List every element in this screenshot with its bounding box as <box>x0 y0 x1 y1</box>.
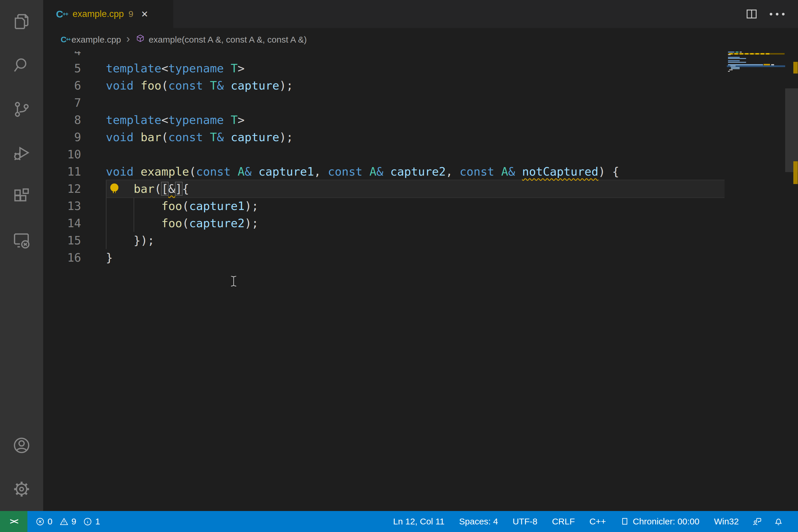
problems-status[interactable]: 0 9 1 <box>32 511 108 532</box>
code-line-14[interactable]: 14 foo(capture2); <box>43 215 798 232</box>
line-number: 11 <box>43 163 81 180</box>
code-line-10[interactable]: 10 <box>43 146 798 163</box>
notifications-bell-icon[interactable] <box>768 511 789 532</box>
tab-filename: example.cpp <box>73 9 124 19</box>
code-line-13[interactable]: 13 foo(capture1); <box>43 197 798 215</box>
code-editor[interactable]: 45template<typename T>6void foo(const T&… <box>43 51 798 511</box>
breadcrumb-symbol[interactable]: example(const A &, const A &, const A &) <box>135 34 307 46</box>
feedback-icon[interactable] <box>746 511 768 532</box>
indent-guide <box>134 197 134 232</box>
breadcrumb-file[interactable]: C++ example.cpp <box>61 35 121 45</box>
info-icon <box>83 517 92 526</box>
line-number: 12 <box>43 180 81 197</box>
chronicler-status[interactable]: Chronicler: 00:00 <box>613 511 706 532</box>
code-line-16[interactable]: 16} <box>43 249 798 266</box>
code-line-4[interactable]: 4 <box>43 51 798 60</box>
tab-bar: C++ example.cpp 9 ✕ <box>43 0 798 28</box>
status-bar: >< 0 9 1 Ln 12, Col 11 Spaces: 4 UTF-8 C… <box>0 511 798 532</box>
editor-group: C++ example.cpp 9 ✕ C++ example.cpp › ex… <box>43 0 798 511</box>
symbol-cube-icon <box>135 34 149 46</box>
code-line-9[interactable]: 9void bar(const T& capture); <box>43 129 798 146</box>
code-line-6[interactable]: 6void foo(const T& capture); <box>43 77 798 94</box>
encoding-status[interactable]: UTF-8 <box>505 511 545 532</box>
extensions-icon[interactable] <box>0 175 43 219</box>
split-editor-icon[interactable] <box>745 7 758 20</box>
line-number: 10 <box>43 146 81 163</box>
code-line-15[interactable]: 15 }); <box>43 232 798 249</box>
close-tab-icon[interactable]: ✕ <box>141 9 148 19</box>
lightbulb-icon[interactable] <box>107 182 121 196</box>
breadcrumb: C++ example.cpp › example(const A &, con… <box>43 28 798 51</box>
tab-problems-badge: 9 <box>129 9 134 19</box>
more-actions-icon[interactable] <box>770 13 784 16</box>
remote-explorer-icon[interactable] <box>0 219 43 263</box>
status-right: Ln 12, Col 11 Spaces: 4 UTF-8 CRLF C++ C… <box>386 511 798 532</box>
line-number: 16 <box>43 249 81 266</box>
source-control-icon[interactable] <box>0 88 43 131</box>
warning-count: 9 <box>72 516 76 527</box>
explorer-icon[interactable] <box>0 0 43 44</box>
tab-example-cpp[interactable]: C++ example.cpp 9 ✕ <box>43 0 173 28</box>
indent-guide <box>106 180 107 249</box>
platform-status[interactable]: Win32 <box>707 511 746 532</box>
remote-indicator[interactable]: >< <box>0 511 27 532</box>
code-line-7[interactable]: 7 <box>43 94 798 111</box>
line-number: 14 <box>43 215 81 232</box>
error-icon <box>36 517 45 526</box>
stop-square-icon <box>620 517 629 526</box>
mouse-ibeam-cursor <box>230 276 238 288</box>
line-number: 7 <box>43 94 81 111</box>
run-and-debug-icon[interactable] <box>0 131 43 175</box>
code-line-8[interactable]: 8template<typename T> <box>43 111 798 129</box>
cursor-position-status[interactable]: Ln 12, Col 11 <box>386 511 452 532</box>
error-count: 0 <box>48 516 53 527</box>
code-line-12[interactable]: 12 bar([&]{ <box>43 180 798 197</box>
cpp-file-icon: C++ <box>56 8 68 20</box>
scrollbar[interactable] <box>785 51 798 511</box>
cpp-file-icon: C++ <box>61 35 70 44</box>
line-number: 4 <box>43 51 81 60</box>
info-count: 1 <box>95 516 100 527</box>
chevron-right-icon: › <box>126 33 130 45</box>
line-number: 8 <box>43 111 81 129</box>
indentation-status[interactable]: Spaces: 4 <box>452 511 505 532</box>
settings-gear-icon[interactable] <box>0 467 43 511</box>
activity-bar <box>0 0 43 511</box>
language-mode-status[interactable]: C++ <box>582 511 613 532</box>
line-number: 9 <box>43 129 81 146</box>
search-icon[interactable] <box>0 44 43 88</box>
remote-glyph: >< <box>10 517 18 526</box>
line-number: 15 <box>43 232 81 249</box>
breadcrumb-file-label: example.cpp <box>72 35 121 45</box>
line-number: 6 <box>43 77 81 94</box>
code-line-11[interactable]: 11void example(const A& capture1, const … <box>43 163 798 180</box>
eol-status[interactable]: CRLF <box>545 511 582 532</box>
editor-actions <box>745 0 798 28</box>
breadcrumb-symbol-label: example(const A &, const A &, const A &) <box>149 35 307 45</box>
warning-icon <box>59 517 69 526</box>
line-number: 13 <box>43 197 81 215</box>
code-line-5[interactable]: 5template<typename T> <box>43 60 798 77</box>
minimap[interactable] <box>727 51 785 511</box>
accounts-icon[interactable] <box>0 423 43 467</box>
line-number: 5 <box>43 60 81 77</box>
